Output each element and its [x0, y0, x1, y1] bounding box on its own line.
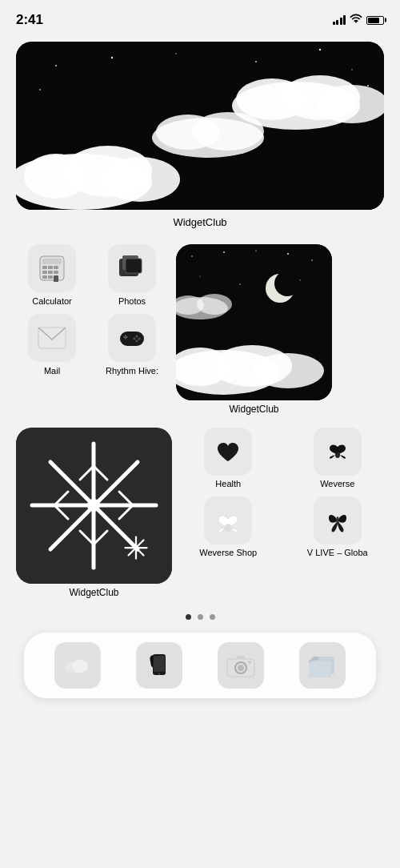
svg-point-41 [136, 340, 138, 343]
svg-rect-24 [54, 266, 58, 269]
mid-right-widget-wrap: WidgetClub [176, 244, 332, 415]
weverse-shop-icon [204, 496, 252, 545]
svg-point-19 [192, 112, 264, 151]
dock-weather-icon [54, 642, 101, 689]
signal-icon [333, 15, 346, 25]
svg-point-39 [138, 338, 141, 340]
middle-row: Calculator Photos [16, 244, 384, 415]
svg-rect-25 [42, 271, 47, 274]
bottom-app-grid: Health Weverse [182, 428, 384, 557]
app-row-2: Mail [16, 314, 168, 376]
dock-camera-icon [218, 642, 264, 689]
svg-point-38 [136, 336, 138, 338]
svg-point-3 [175, 53, 177, 54]
status-bar: 2:41 [0, 0, 400, 35]
mid-right-widget[interactable] [176, 244, 332, 400]
svg-point-52 [274, 271, 300, 296]
svg-point-47 [311, 259, 313, 261]
weverse-label: Weverse [320, 479, 354, 488]
svg-point-56 [252, 353, 324, 388]
svg-point-73 [87, 499, 100, 512]
svg-point-91 [248, 661, 251, 664]
page-dot-3[interactable] [210, 614, 215, 620]
calculator-icon [28, 244, 76, 292]
dock-phone-icon [136, 642, 182, 689]
svg-point-1 [55, 65, 57, 66]
wifi-icon [350, 14, 362, 26]
svg-rect-26 [48, 271, 53, 274]
app-weverse[interactable]: Weverse [291, 428, 385, 488]
photos-icon [108, 244, 156, 292]
status-icons [333, 14, 385, 26]
svg-rect-33 [126, 259, 142, 273]
svg-rect-37 [125, 335, 126, 340]
weverse-icon [314, 428, 362, 476]
svg-point-2 [111, 57, 113, 58]
svg-rect-21 [42, 259, 62, 264]
vlive-label: V LIVE – Globa [307, 548, 368, 557]
page-dot-1[interactable] [186, 614, 191, 620]
svg-rect-23 [48, 266, 53, 269]
app-photos[interactable]: Photos [96, 244, 168, 306]
weverse-shop-label: Weverse Shop [199, 548, 257, 557]
middle-left-apps: Calculator Photos [16, 244, 168, 376]
vlive-icon [314, 496, 362, 545]
app-health[interactable]: Health [182, 428, 275, 488]
svg-point-7 [39, 89, 41, 90]
bottom-left-widget-wrap: WidgetClub [16, 428, 172, 598]
svg-rect-94 [309, 661, 331, 677]
mail-label: Mail [44, 366, 60, 376]
page-dots [16, 614, 384, 620]
svg-point-4 [255, 61, 257, 62]
svg-point-59 [197, 294, 232, 315]
app-weverse-shop[interactable]: Weverse Shop [182, 496, 275, 557]
photos-label: Photos [118, 296, 146, 306]
svg-rect-30 [54, 275, 58, 282]
svg-point-90 [238, 665, 244, 671]
svg-point-87 [158, 673, 160, 675]
bottom-left-widget[interactable] [16, 428, 172, 584]
svg-point-12 [100, 157, 180, 202]
dock-item-files[interactable] [299, 642, 346, 689]
svg-point-8 [367, 85, 369, 86]
top-widget-label: WidgetClub [16, 216, 384, 228]
svg-point-44 [223, 251, 225, 253]
svg-point-81 [336, 516, 338, 524]
dock-item-camera[interactable] [218, 642, 264, 689]
app-calculator[interactable]: Calculator [16, 244, 88, 306]
app-row-1: Calculator Photos [16, 244, 168, 306]
svg-point-79 [335, 452, 340, 458]
svg-rect-29 [48, 275, 53, 279]
svg-point-5 [319, 49, 321, 50]
home-screen: WidgetClub [0, 35, 400, 698]
app-mail[interactable]: Mail [16, 314, 88, 376]
health-icon [204, 428, 252, 476]
rhythm-hive-label: Rhythm Hive: [106, 366, 158, 376]
svg-rect-86 [154, 656, 165, 672]
bottom-left-widget-label: WidgetClub [69, 587, 118, 598]
svg-point-40 [134, 338, 136, 340]
svg-point-80 [226, 524, 231, 532]
svg-rect-27 [54, 271, 58, 274]
dock-item-weather[interactable] [54, 642, 101, 689]
dock-item-phone[interactable] [136, 642, 182, 689]
app-rhythm-hive[interactable]: Rhythm Hive: [96, 314, 168, 376]
top-widget[interactable] [16, 42, 384, 210]
svg-point-6 [351, 69, 353, 70]
health-label: Health [215, 479, 241, 488]
svg-rect-28 [42, 275, 47, 279]
svg-point-45 [255, 250, 256, 251]
svg-point-48 [199, 275, 200, 276]
svg-point-78 [134, 546, 138, 550]
bottom-row: WidgetClub Health [16, 428, 384, 598]
battery-icon [366, 16, 384, 25]
svg-point-43 [191, 255, 193, 257]
page-dot-2[interactable] [198, 614, 203, 620]
svg-point-49 [239, 283, 241, 285]
calculator-label: Calculator [32, 296, 72, 306]
status-time: 2:41 [16, 12, 43, 28]
rhythm-hive-icon [108, 314, 156, 362]
svg-point-84 [72, 660, 88, 673]
mid-right-widget-label: WidgetClub [229, 404, 278, 415]
app-vlive[interactable]: V LIVE – Globa [291, 496, 385, 557]
